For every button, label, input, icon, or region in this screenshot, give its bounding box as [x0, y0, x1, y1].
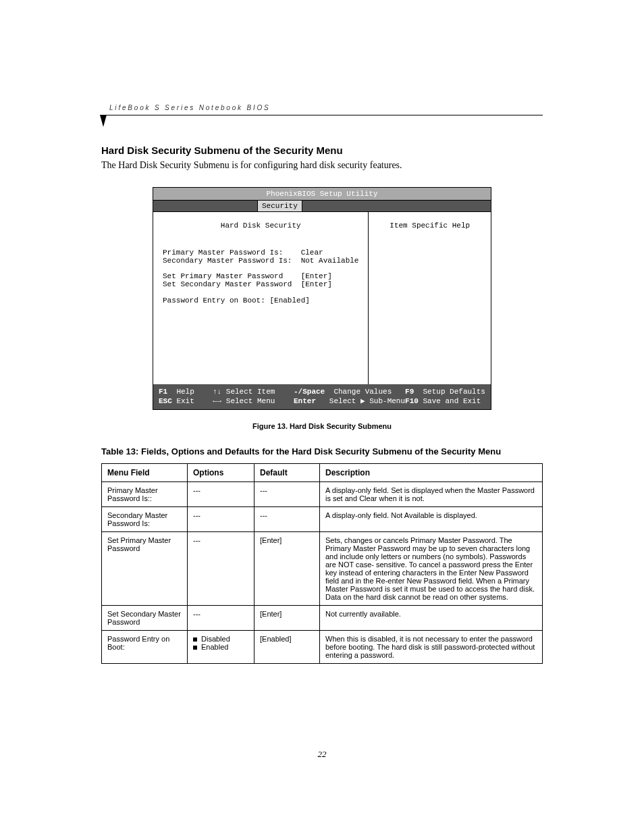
cell-field: Set Primary Master Password: [102, 531, 188, 605]
label-exit: Exit: [176, 397, 194, 405]
th-default: Default: [254, 463, 320, 481]
cell-desc: Not currently available.: [320, 605, 543, 630]
table-title: Table 13: Fields, Options and Defaults f…: [101, 446, 543, 457]
th-menu-field: Menu Field: [102, 463, 188, 481]
bios-line: Password Entry on Boot: [Enabled]: [163, 296, 358, 305]
table-header-row: Menu Field Options Default Description: [102, 463, 543, 481]
key-f1: F1: [159, 388, 167, 396]
bios-tab-row: Security: [153, 201, 491, 212]
cell-options: ---: [188, 531, 254, 605]
label-help: Help: [176, 388, 194, 396]
table-row: Set Secondary Master Password --- [Enter…: [102, 605, 543, 630]
cell-options: Disabled Enabled: [188, 630, 254, 663]
figure-caption: Figure 13. Hard Disk Security Submenu: [101, 422, 543, 430]
table-row: Set Primary Master Password --- [Enter] …: [102, 531, 543, 605]
bullet-icon: [193, 646, 197, 650]
option-item: Enabled: [201, 643, 228, 651]
key-minus-space: -/Space: [294, 388, 325, 396]
bios-line: Primary Master Password Is: Clear: [163, 249, 358, 257]
th-description: Description: [320, 463, 543, 481]
fields-table: Menu Field Options Default Description P…: [101, 463, 543, 664]
cell-desc: Sets, changes or cancels Primary Master …: [320, 531, 543, 605]
bios-footer-row: ESC Exit ←→ Select Menu Enter Select ▶ S…: [159, 396, 485, 406]
label-change-values: Change Values: [333, 388, 392, 396]
cell-default: ---: [254, 481, 320, 506]
bios-footer: F1 Help ↑↓ Select Item -/Space Change Va…: [153, 384, 491, 409]
bullet-icon: [193, 637, 197, 642]
key-f10: F10: [405, 397, 419, 405]
cell-field: Primary Master Password Is::: [102, 481, 188, 506]
option-item: Disabled: [201, 635, 230, 643]
cell-field: Set Secondary Master Password: [102, 605, 188, 630]
section-intro: The Hard Disk Security Submenu is for co…: [101, 160, 543, 171]
label-save-exit: Save and Exit: [423, 397, 481, 405]
bios-line: Secondary Master Password Is: Not Availa…: [163, 257, 358, 265]
th-options: Options: [188, 463, 254, 481]
cell-field: Secondary Master Password Is:: [102, 506, 188, 531]
cell-default: [Enter]: [254, 605, 320, 630]
cell-options: ---: [188, 605, 254, 630]
bios-line: Set Primary Master Password [Enter]: [163, 272, 358, 280]
document-page: LifeBook S Series Notebook BIOS Hard Dis…: [0, 0, 644, 834]
cell-default: [Enabled]: [254, 630, 320, 663]
cell-field: Password Entry on Boot:: [102, 630, 188, 663]
cell-desc: When this is disabled, it is not necessa…: [320, 630, 543, 663]
label-select-menu: Select Menu: [226, 397, 275, 405]
cell-default: [Enter]: [254, 531, 320, 605]
bios-line: Set Secondary Master Password [Enter]: [163, 280, 358, 288]
key-f9: F9: [405, 388, 414, 396]
section-title: Hard Disk Security Submenu of the Securi…: [101, 145, 543, 156]
cell-default: ---: [254, 506, 320, 531]
cell-options: ---: [188, 506, 254, 531]
bios-footer-row: F1 Help ↑↓ Select Item -/Space Change Va…: [159, 387, 485, 396]
cell-desc: A display-only field. Set is displayed w…: [320, 481, 543, 506]
table-row: Primary Master Password Is:: --- --- A d…: [102, 481, 543, 506]
table-row: Secondary Master Password Is: --- --- A …: [102, 506, 543, 531]
page-number: 22: [0, 749, 644, 760]
key-updown: ↑↓: [213, 388, 221, 396]
label-select-sub: Select ▶ Sub-Menu: [329, 397, 405, 405]
bios-body: Hard Disk Security Primary Master Passwo…: [153, 212, 491, 384]
bios-screenshot: PhoenixBIOS Setup Utility Security Hard …: [153, 187, 491, 410]
label-setup-defaults: Setup Defaults: [423, 388, 485, 396]
key-esc: ESC: [159, 397, 172, 405]
label-select-item: Select Item: [226, 388, 275, 396]
bios-help-panel: Item Specific Help: [369, 212, 491, 384]
bios-help-title: Item Specific Help: [374, 219, 485, 239]
table-row: Password Entry on Boot: Disabled Enabled…: [102, 630, 543, 663]
bios-tab-security: Security: [257, 201, 302, 211]
header-rule: LifeBook S Series Notebook BIOS: [101, 115, 543, 128]
bios-left-panel: Hard Disk Security Primary Master Passwo…: [153, 212, 369, 384]
cell-options: ---: [188, 481, 254, 506]
running-head: LifeBook S Series Notebook BIOS: [108, 104, 272, 111]
key-leftright: ←→: [213, 397, 221, 405]
cell-desc: A display-only field. Not Available is d…: [320, 506, 543, 531]
svg-marker-0: [100, 115, 107, 127]
key-enter: Enter: [294, 397, 316, 405]
bios-title: PhoenixBIOS Setup Utility: [153, 188, 491, 201]
bios-panel-title: Hard Disk Security: [163, 219, 358, 239]
header-arrow-icon: [100, 115, 109, 128]
